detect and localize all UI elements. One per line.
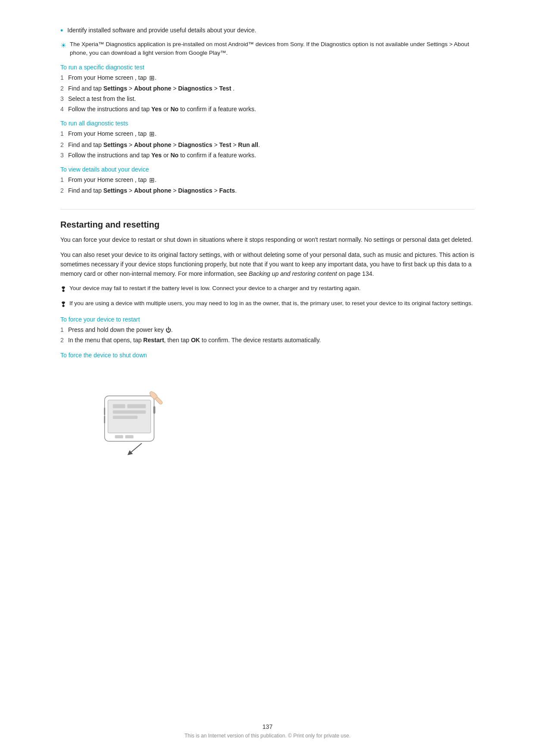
bullet-dot: • bbox=[60, 25, 63, 37]
warning-text-2: If you are using a device with multiple … bbox=[69, 299, 473, 308]
tip-sun-icon: ☀ bbox=[60, 41, 66, 51]
list-item: 1 From your Home screen , tap ⊞. bbox=[60, 129, 475, 139]
svg-rect-3 bbox=[127, 404, 146, 408]
svg-rect-6 bbox=[115, 435, 123, 438]
force-restart-list: 1 Press and hold down the power key ⏻. 2… bbox=[60, 325, 475, 345]
svg-rect-2 bbox=[113, 404, 125, 408]
apps-icon-2: ⊞ bbox=[149, 129, 155, 139]
page-footer: 137 This is an Internet version of this … bbox=[60, 723, 475, 739]
all-tests-list: 1 From your Home screen , tap ⊞. 2 Find … bbox=[60, 129, 475, 160]
list-item: 1 From your Home screen , tap ⊞. bbox=[60, 175, 475, 185]
svg-rect-4 bbox=[113, 410, 146, 414]
device-illustration bbox=[86, 363, 172, 449]
list-item: 2 Find and tap Settings > About phone > … bbox=[60, 186, 475, 195]
list-item: 2 Find and tap Settings > About phone > … bbox=[60, 84, 475, 93]
list-item: 2 Find and tap Settings > About phone > … bbox=[60, 141, 475, 150]
bullet-item-identify: • Identify installed software and provid… bbox=[60, 26, 475, 37]
list-item: 3 Follow the instructions and tap Yes or… bbox=[60, 151, 475, 160]
specific-test-list: 1 From your Home screen , tap ⊞. 2 Find … bbox=[60, 73, 475, 114]
power-icon: ⏻ bbox=[166, 326, 171, 334]
list-item: 2 In the menu that opens, tap Restart, t… bbox=[60, 336, 475, 345]
apps-icon: ⊞ bbox=[149, 73, 155, 83]
svg-line-11 bbox=[129, 443, 142, 453]
list-item: 1 From your Home screen , tap ⊞. bbox=[60, 73, 475, 83]
footer-note: This is an Internet version of this publ… bbox=[60, 733, 475, 739]
para-restart-1: You can force your device to restart or … bbox=[60, 235, 475, 244]
bullet-text: Identify installed software and provide … bbox=[67, 26, 256, 35]
device-svg bbox=[86, 363, 172, 458]
tip-text: The Xperia™ Diagnostics application is p… bbox=[70, 40, 475, 58]
svg-rect-8 bbox=[153, 406, 155, 413]
section-link-force-restart: To force your device to restart bbox=[60, 316, 475, 323]
para-restart-2: You can also reset your device to its or… bbox=[60, 250, 475, 279]
page-content: • Identify installed software and provid… bbox=[0, 0, 535, 488]
section-heading-restarting: Restarting and resetting bbox=[60, 209, 475, 230]
warning-icon-2: ❢ bbox=[60, 300, 66, 310]
svg-rect-5 bbox=[113, 415, 138, 419]
section-link-specific-test: To run a specific diagnostic test bbox=[60, 64, 475, 71]
svg-rect-10 bbox=[155, 397, 163, 405]
section-link-force-shutdown: To force the device to shut down bbox=[60, 352, 475, 359]
list-item: 1 Press and hold down the power key ⏻. bbox=[60, 325, 475, 334]
section-link-view-details: To view details about your device bbox=[60, 166, 475, 173]
warning-block-1: ❢ Your device may fail to restart if the… bbox=[60, 284, 475, 295]
tip-block: ☀ The Xperia™ Diagnostics application is… bbox=[60, 40, 475, 58]
view-details-list: 1 From your Home screen , tap ⊞. 2 Find … bbox=[60, 175, 475, 196]
warning-icon-1: ❢ bbox=[60, 284, 66, 295]
svg-rect-7 bbox=[125, 435, 133, 438]
list-item: 4 Follow the instructions and tap Yes or… bbox=[60, 105, 475, 114]
section-link-all-tests: To run all diagnostic tests bbox=[60, 120, 475, 127]
apps-icon-3: ⊞ bbox=[149, 175, 155, 185]
list-item: 3 Select a test from the list. bbox=[60, 94, 475, 103]
warning-text-1: Your device may fail to restart if the b… bbox=[69, 284, 361, 293]
page-number: 137 bbox=[60, 723, 475, 730]
warning-block-2: ❢ If you are using a device with multipl… bbox=[60, 299, 475, 310]
